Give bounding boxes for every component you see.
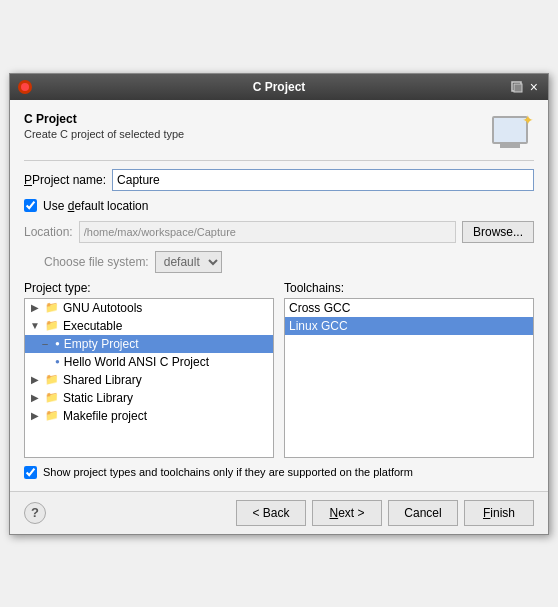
list-item-empty-project[interactable]: – ● Empty Project <box>25 335 273 353</box>
header-icon: ✦ <box>492 112 534 154</box>
location-label: Location: <box>24 225 73 239</box>
default-location-checkbox[interactable] <box>24 199 37 212</box>
title-bar-controls: × <box>510 79 540 95</box>
item-label: Makefile project <box>63 409 147 423</box>
toolchains-list[interactable]: Cross GCC Linux GCC <box>284 298 534 458</box>
close-button[interactable]: × <box>528 79 540 95</box>
project-type-container: Project type: ▶ 📁 GNU Autotools ▼ 📁 Exec… <box>24 281 274 458</box>
title-bar: C Project × <box>10 74 548 100</box>
location-row: Location: Browse... <box>24 221 534 243</box>
folder-icon: 📁 <box>45 391 59 404</box>
help-button[interactable]: ? <box>24 502 46 524</box>
folder-icon: 📁 <box>45 373 59 386</box>
expand-icon: ▶ <box>29 410 41 421</box>
project-name-row: PProject name: <box>24 169 534 191</box>
item-label: Executable <box>63 319 122 333</box>
location-input[interactable] <box>79 221 456 243</box>
item-label: Linux GCC <box>289 319 348 333</box>
expand-icon: ▼ <box>29 320 41 331</box>
filesystem-select[interactable]: default <box>155 251 222 273</box>
button-row: ? < Back Next > Cancel Finish <box>10 491 548 534</box>
project-type-list[interactable]: ▶ 📁 GNU Autotools ▼ 📁 Executable – ● Emp… <box>24 298 274 458</box>
next-label-rest: ext > <box>338 506 364 520</box>
list-item-shared-lib[interactable]: ▶ 📁 Shared Library <box>25 371 273 389</box>
item-label: Cross GCC <box>289 301 350 315</box>
dialog-window: C Project × C Project Create C project o… <box>9 73 549 535</box>
list-item[interactable]: ▼ 📁 Executable <box>25 317 273 335</box>
item-label: GNU Autotools <box>63 301 142 315</box>
header-text: C Project Create C project of selected t… <box>24 112 184 140</box>
default-location-row: Use default location <box>24 199 534 213</box>
copy-icon <box>510 80 524 94</box>
folder-icon: 📁 <box>45 409 59 422</box>
project-name-input[interactable] <box>112 169 534 191</box>
svg-rect-2 <box>514 84 522 92</box>
list-item[interactable]: ▶ 📁 GNU Autotools <box>25 299 273 317</box>
filesystem-label: Choose file system: <box>44 255 149 269</box>
project-name-label: PProject name: <box>24 173 106 187</box>
svg-point-0 <box>21 83 29 91</box>
bottom-checkbox-row: Show project types and toolchains only i… <box>24 466 534 479</box>
dialog-title: C Project <box>253 80 306 94</box>
lists-section: Project type: ▶ 📁 GNU Autotools ▼ 📁 Exec… <box>24 281 534 458</box>
folder-icon: 📁 <box>45 301 59 314</box>
next-label: N <box>329 506 338 520</box>
list-item-cross-gcc[interactable]: Cross GCC <box>285 299 533 317</box>
cancel-button[interactable]: Cancel <box>388 500 458 526</box>
platform-filter-checkbox[interactable] <box>24 466 37 479</box>
dialog-content: C Project Create C project of selected t… <box>10 100 548 491</box>
item-label: Shared Library <box>63 373 142 387</box>
folder-icon: 📁 <box>45 319 59 332</box>
bullet-icon: ● <box>55 357 60 366</box>
next-button[interactable]: Next > <box>312 500 382 526</box>
list-item-makefile[interactable]: ▶ 📁 Makefile project <box>25 407 273 425</box>
expand-icon: – <box>39 338 51 349</box>
item-label: Static Library <box>63 391 133 405</box>
toolchains-label: Toolchains: <box>284 281 534 295</box>
title-bar-left <box>18 80 32 94</box>
list-item-linux-gcc[interactable]: Linux GCC <box>285 317 533 335</box>
header-subtitle: Create C project of selected type <box>24 128 184 140</box>
star-icon: ✦ <box>522 112 534 128</box>
list-item-static-lib[interactable]: ▶ 📁 Static Library <box>25 389 273 407</box>
app-icon <box>18 80 32 94</box>
item-label: Hello World ANSI C Project <box>64 355 209 369</box>
default-location-label: Use default location <box>43 199 148 213</box>
toolchains-container: Toolchains: Cross GCC Linux GCC <box>284 281 534 458</box>
list-item-hello-world[interactable]: ● Hello World ANSI C Project <box>25 353 273 371</box>
project-type-label: Project type: <box>24 281 274 295</box>
header-title: C Project <box>24 112 184 126</box>
expand-icon: ▶ <box>29 392 41 403</box>
item-label: Empty Project <box>64 337 139 351</box>
filesystem-row: Choose file system: default <box>44 251 534 273</box>
expand-icon: ▶ <box>29 374 41 385</box>
platform-filter-label: Show project types and toolchains only i… <box>43 466 413 478</box>
nav-buttons: < Back Next > Cancel Finish <box>236 500 534 526</box>
finish-button[interactable]: Finish <box>464 500 534 526</box>
expand-icon: ▶ <box>29 302 41 313</box>
bullet-icon: ● <box>55 339 60 348</box>
back-button[interactable]: < Back <box>236 500 306 526</box>
header-section: C Project Create C project of selected t… <box>24 112 534 161</box>
browse-button[interactable]: Browse... <box>462 221 534 243</box>
